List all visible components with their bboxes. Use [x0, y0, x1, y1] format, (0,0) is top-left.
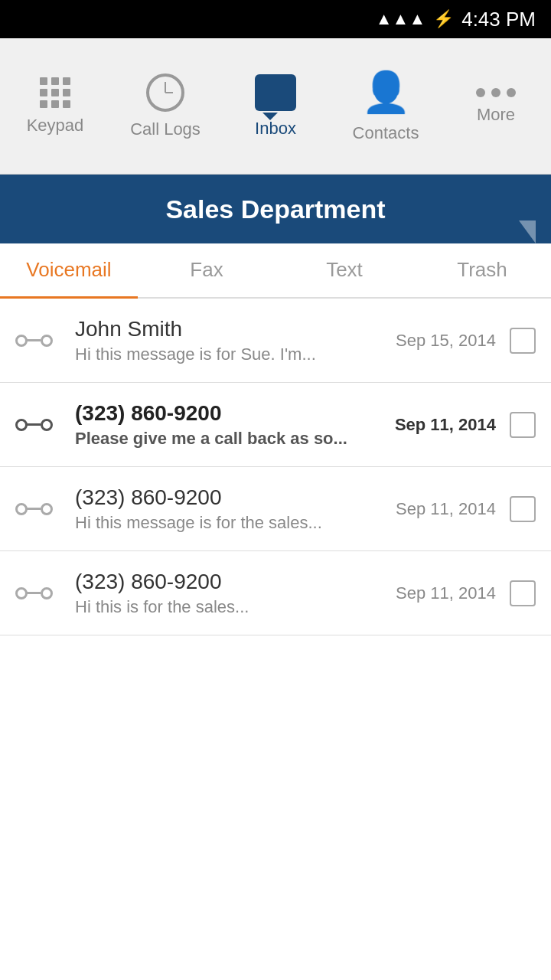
message-name: John Smith: [75, 317, 382, 341]
message-info: (323) 860-9200 Hi this is for the sales.…: [75, 570, 382, 617]
nav-label-contacts: Contacts: [353, 123, 419, 143]
list-item[interactable]: (323) 860-9200 Please give me a call bac…: [0, 383, 551, 467]
nav-label-call-logs: Call Logs: [130, 119, 201, 139]
nav-bar: Keypad Call Logs Inbox 👤 Contacts More: [0, 38, 551, 175]
clock-icon: [146, 74, 184, 112]
message-checkbox[interactable]: [510, 412, 536, 438]
header: Sales Department: [0, 175, 551, 243]
nav-label-keypad: Keypad: [27, 116, 84, 136]
nav-label-more: More: [477, 105, 515, 125]
nav-item-inbox[interactable]: Inbox: [220, 38, 331, 174]
message-info: John Smith Hi this message is for Sue. I…: [75, 317, 382, 364]
message-date: Sep 15, 2014: [396, 331, 496, 351]
tab-trash[interactable]: Trash: [413, 243, 551, 299]
tab-voicemail[interactable]: Voicemail: [0, 243, 138, 299]
message-date: Sep 11, 2014: [396, 499, 496, 519]
tab-text[interactable]: Text: [276, 243, 413, 299]
tab-fax[interactable]: Fax: [138, 243, 276, 299]
message-checkbox[interactable]: [510, 328, 536, 354]
message-preview: Hi this is for the sales...: [75, 597, 382, 617]
message-checkbox[interactable]: [510, 580, 536, 606]
message-info: (323) 860-9200 Hi this message is for th…: [75, 485, 382, 533]
status-bar: ▲▲▲ ⚡ 4:43 PM: [0, 0, 551, 38]
message-checkbox[interactable]: [510, 496, 536, 522]
tabs: Voicemail Fax Text Trash: [0, 243, 551, 299]
message-preview: Hi this message is for Sue. I'm...: [75, 345, 382, 364]
list-item[interactable]: (323) 860-9200 Hi this message is for th…: [0, 467, 551, 551]
battery-icon: ⚡: [433, 9, 454, 29]
voicemail-icon: [15, 419, 61, 431]
nav-label-inbox: Inbox: [255, 119, 296, 139]
message-name: (323) 860-9200: [75, 401, 381, 426]
voicemail-icon: [15, 503, 61, 515]
list-item[interactable]: John Smith Hi this message is for Sue. I…: [0, 299, 551, 383]
message-name: (323) 860-9200: [75, 570, 382, 594]
more-icon: [476, 88, 516, 97]
message-date: Sep 11, 2014: [395, 415, 496, 435]
signal-icon: ▲▲▲: [376, 9, 425, 29]
message-preview: Please give me a call back as so...: [75, 429, 381, 449]
header-title: Sales Department: [165, 194, 385, 224]
keypad-icon: [40, 77, 70, 108]
nav-item-contacts[interactable]: 👤 Contacts: [331, 38, 441, 174]
nav-item-more[interactable]: More: [441, 38, 551, 174]
list-item[interactable]: (323) 860-9200 Hi this is for the sales.…: [0, 551, 551, 635]
inbox-icon: [255, 74, 296, 111]
message-preview: Hi this message is for the sales...: [75, 513, 382, 533]
message-info: (323) 860-9200 Please give me a call bac…: [75, 401, 381, 449]
message-list: John Smith Hi this message is for Sue. I…: [0, 299, 551, 635]
message-date: Sep 11, 2014: [396, 583, 496, 603]
header-arrow: [519, 220, 536, 243]
message-name: (323) 860-9200: [75, 485, 382, 510]
nav-item-keypad[interactable]: Keypad: [0, 38, 110, 174]
status-time: 4:43 PM: [461, 8, 536, 31]
contacts-icon: 👤: [361, 69, 411, 116]
nav-item-call-logs[interactable]: Call Logs: [110, 38, 220, 174]
voicemail-icon: [15, 587, 61, 599]
voicemail-icon: [15, 335, 61, 347]
